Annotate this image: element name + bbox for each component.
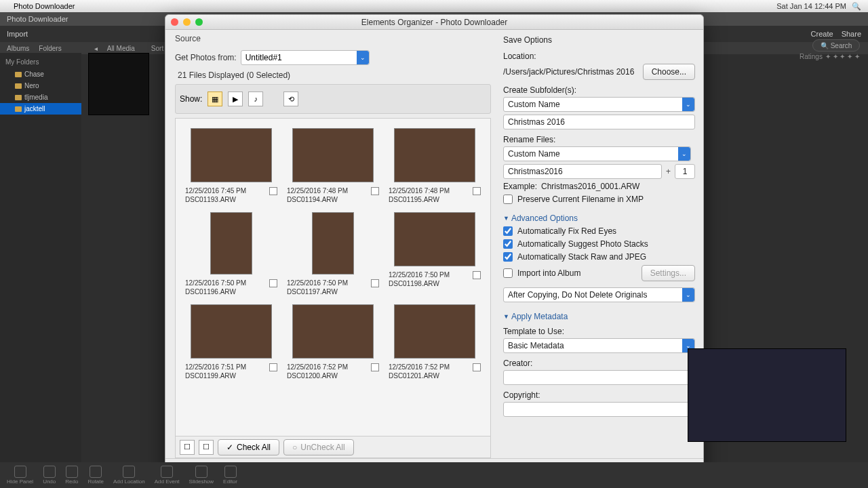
toolbar-rotate[interactable]: Rotate bbox=[87, 466, 104, 485]
suggest-stacks-checkbox[interactable] bbox=[503, 239, 513, 249]
zoom-icon[interactable] bbox=[195, 18, 203, 26]
thumbnail-filename: DSC01199.ARW bbox=[185, 371, 265, 380]
toolbar-add-location[interactable]: Add Location bbox=[113, 466, 145, 485]
toolbar-label: Rotate bbox=[87, 479, 104, 485]
rename-mode-dropdown[interactable]: Custom Name⌄ bbox=[503, 146, 691, 161]
ratings-filter[interactable]: Ratings✦ ✦ ✦ ✦ ✦ bbox=[800, 53, 860, 60]
apply-metadata-disclosure[interactable]: ▼ Apply Metadata bbox=[503, 312, 695, 321]
subfolder-name-input[interactable]: Christmas 2016 bbox=[503, 115, 695, 129]
menubar-app-name[interactable]: Photo Downloader bbox=[14, 2, 75, 10]
share-button[interactable]: Share bbox=[842, 30, 861, 38]
thumbnail-date: 12/25/2016 7:52 PM bbox=[287, 363, 367, 371]
after-copy-dropdown[interactable]: After Copying, Do Not Delete Originals⌄ bbox=[503, 287, 695, 302]
thumbnail-checkbox[interactable] bbox=[371, 279, 379, 287]
thumbnail-checkbox[interactable] bbox=[371, 363, 379, 371]
toolbar-icon bbox=[161, 466, 173, 478]
spotlight-icon[interactable]: 🔍 bbox=[852, 2, 861, 11]
close-icon[interactable] bbox=[171, 18, 178, 26]
thumbnail[interactable]: 12/25/2016 7:52 PMDSC01200.ARW bbox=[287, 304, 379, 380]
show-videos-toggle[interactable]: ▶ bbox=[228, 92, 243, 106]
preserve-xmp-checkbox[interactable] bbox=[503, 195, 513, 204]
choose-location-button[interactable]: Choose... bbox=[643, 64, 695, 80]
thumbnail-checkbox[interactable] bbox=[371, 187, 379, 195]
thumbnail[interactable]: 12/25/2016 7:48 PMDSC01195.ARW bbox=[389, 128, 481, 204]
import-album-checkbox[interactable] bbox=[503, 268, 513, 278]
check-toolbar: ☐ ☐ ✓Check All ○UnCheck All bbox=[175, 436, 491, 458]
album-settings-button[interactable]: Settings... bbox=[642, 265, 695, 281]
thumbnail-image[interactable] bbox=[312, 212, 354, 274]
thumbnail-checkbox[interactable] bbox=[269, 187, 277, 195]
thumbnail[interactable]: 12/25/2016 7:50 PMDSC01197.ARW bbox=[287, 212, 379, 296]
thumbnail[interactable]: 12/25/2016 7:52 PMDSC01201.ARW bbox=[389, 304, 481, 380]
webcam-overlay bbox=[688, 348, 846, 442]
uncheck-all-button[interactable]: ○UnCheck All bbox=[283, 439, 354, 455]
folders-tab[interactable]: Folders bbox=[39, 45, 61, 52]
thumbnail-checkbox[interactable] bbox=[473, 363, 481, 371]
preserve-xmp-label: Preserve Current Filename in XMP bbox=[517, 195, 644, 204]
select-all-icon[interactable]: ☐ bbox=[180, 440, 195, 455]
toolbar-add-event[interactable]: Add Event bbox=[155, 466, 180, 485]
toolbar-redo[interactable]: Redo bbox=[65, 466, 78, 485]
template-label: Template to Use: bbox=[503, 327, 695, 336]
thumbnail-image[interactable] bbox=[191, 304, 272, 359]
file-count-label: 21 Files Displayed (0 Selected) bbox=[178, 70, 491, 80]
thumbnail[interactable]: 12/25/2016 7:48 PMDSC01194.ARW bbox=[287, 128, 379, 204]
fix-redeye-checkbox[interactable] bbox=[503, 226, 513, 236]
thumbnail-checkbox[interactable] bbox=[269, 279, 277, 287]
advanced-options-disclosure[interactable]: ▼ Advanced Options bbox=[503, 214, 695, 223]
stack-raw-jpeg-checkbox[interactable] bbox=[503, 252, 513, 262]
create-button[interactable]: Create bbox=[811, 30, 833, 38]
example-value: Christmas2016_0001.ARW bbox=[541, 182, 639, 191]
sidebar-item-chase[interactable]: Chase bbox=[0, 68, 81, 80]
minimize-icon[interactable] bbox=[183, 18, 191, 26]
import-album-label: Import into Album bbox=[517, 268, 580, 278]
all-media-label[interactable]: All Media bbox=[107, 45, 135, 52]
thumbnail-checkbox[interactable] bbox=[473, 271, 481, 279]
suggest-stacks-label: Automatically Suggest Photo Stacks bbox=[517, 239, 648, 249]
thumbnail-grid[interactable]: 12/25/2016 7:45 PMDSC01193.ARW12/25/2016… bbox=[175, 118, 491, 436]
deselect-all-icon[interactable]: ☐ bbox=[199, 440, 214, 455]
toolbar-icon bbox=[90, 466, 102, 478]
rename-base-input[interactable]: Christmas2016 bbox=[503, 164, 662, 179]
thumbnail-image[interactable] bbox=[210, 212, 252, 274]
sidebar-item-tljmedia[interactable]: tljmedia bbox=[0, 92, 81, 103]
search-field[interactable]: 🔍 Search bbox=[812, 39, 860, 52]
subfolder-mode-dropdown[interactable]: Custom Name⌄ bbox=[503, 97, 695, 112]
thumbnail-image[interactable] bbox=[191, 128, 272, 182]
thumbnail-image[interactable] bbox=[394, 128, 475, 182]
sidebar-item-jacktell[interactable]: jacktell bbox=[0, 103, 81, 115]
toolbar-slideshow[interactable]: Slideshow bbox=[189, 466, 214, 485]
device-dropdown[interactable]: Untitled#1 ⌄ bbox=[241, 50, 370, 65]
thumbnail[interactable]: 12/25/2016 7:50 PMDSC01198.ARW bbox=[389, 212, 481, 296]
thumbnail-checkbox[interactable] bbox=[473, 187, 481, 195]
thumbnail[interactable]: 12/25/2016 7:45 PMDSC01193.ARW bbox=[185, 128, 277, 204]
import-button[interactable]: Import bbox=[7, 30, 28, 38]
show-photos-toggle[interactable]: ▦ bbox=[208, 92, 222, 106]
metadata-template-dropdown[interactable]: Basic Metadata⌄ bbox=[503, 338, 695, 353]
search-icon: 🔍 bbox=[821, 42, 829, 49]
thumbnail-image[interactable] bbox=[394, 212, 475, 266]
copyright-input[interactable] bbox=[503, 402, 695, 417]
thumbnail-checkbox[interactable] bbox=[269, 363, 277, 371]
thumbnail[interactable]: 12/25/2016 7:50 PMDSC01196.ARW bbox=[185, 212, 277, 296]
refresh-button[interactable]: ⟲ bbox=[283, 92, 298, 106]
folder-icon bbox=[15, 106, 22, 112]
toolbar-editor[interactable]: Editor bbox=[223, 466, 237, 485]
albums-tab[interactable]: Albums bbox=[7, 45, 29, 52]
thumbnail-image[interactable] bbox=[394, 304, 475, 359]
sidebar-item-nero[interactable]: Nero bbox=[0, 80, 81, 92]
rename-start-input[interactable]: 1 bbox=[675, 164, 695, 179]
thumbnail-date: 12/25/2016 7:50 PM bbox=[389, 270, 469, 279]
toolbar-undo[interactable]: Undo bbox=[43, 466, 56, 485]
toolbar-hide-panel[interactable]: Hide Panel bbox=[7, 466, 33, 485]
creator-input[interactable] bbox=[503, 370, 695, 385]
thumbnail[interactable]: 12/25/2016 7:51 PMDSC01199.ARW bbox=[185, 304, 277, 380]
show-audio-toggle[interactable]: ♪ bbox=[248, 92, 263, 106]
source-header: Source bbox=[175, 34, 491, 43]
thumbnail-image[interactable] bbox=[292, 304, 374, 359]
thumbnail-image[interactable] bbox=[292, 128, 374, 182]
window-controls[interactable] bbox=[171, 18, 203, 26]
check-all-button[interactable]: ✓Check All bbox=[218, 439, 279, 455]
folder-icon bbox=[15, 83, 22, 89]
dialog-titlebar[interactable]: Elements Organizer - Photo Downloader bbox=[165, 15, 703, 30]
